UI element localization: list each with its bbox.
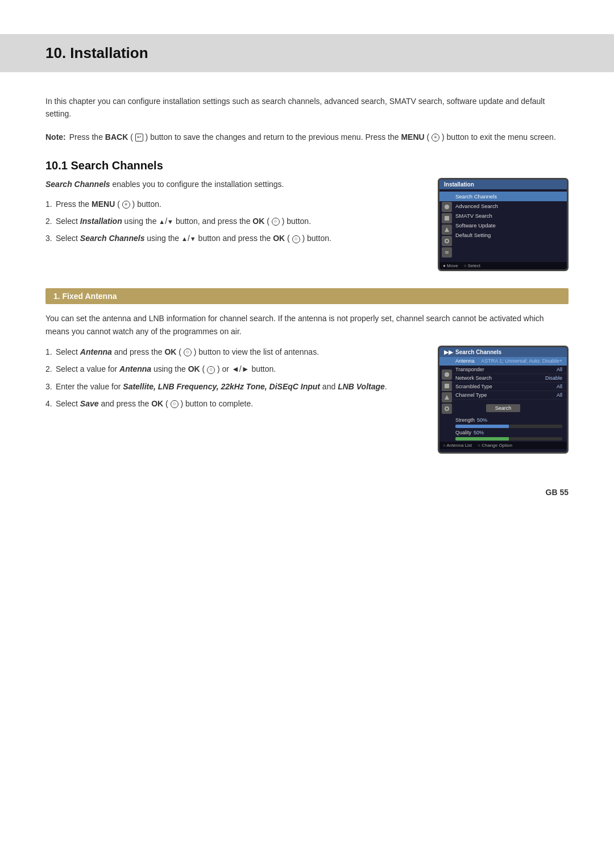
tv2-value-scrambled-type: All	[557, 384, 562, 389]
ok-icon-step3: ○	[292, 235, 300, 243]
tv-title-text: Installation	[444, 181, 474, 188]
search-channels-steps-list: Press the MENU ( ≡ ) button. Select Inst…	[45, 198, 421, 245]
svg-point-0	[445, 205, 449, 209]
page-title: 10. Installation	[45, 44, 569, 62]
search-channels-steps-col: Search Channels enables you to configure…	[45, 178, 421, 250]
tv2-quality-bar	[455, 437, 562, 441]
tv2-value-channel-type: All	[557, 392, 562, 398]
tv2-row-antenna: Antenna ASTRA 1; Universal; Auto; Disabl…	[439, 357, 567, 366]
tv2-strength-row: Strength 50%	[439, 417, 567, 423]
svg-point-6	[445, 372, 449, 377]
tv2-label-antenna: Antenna	[455, 358, 475, 364]
tv-menu-item-search-channels: Search Channels	[439, 192, 567, 201]
fa-step-2: Select a value for Antenna using the OK …	[45, 363, 421, 375]
installation-tv-screen: Installation	[438, 178, 569, 271]
tv2-arrow: ▶▶	[444, 349, 453, 355]
tv-hint-move: ● Move	[443, 263, 458, 268]
section-search-channels-title: 10.1 Search Channels	[45, 159, 569, 172]
back-icon: ↩	[135, 134, 143, 142]
tv2-row-channel-type: Channel Type All	[439, 391, 567, 400]
tv2-icon-3	[442, 392, 452, 402]
tv2-icon-2	[442, 381, 452, 391]
tv-icon-4	[442, 236, 452, 246]
svg-rect-7	[445, 384, 449, 388]
svg-rect-1	[445, 216, 449, 221]
tv2-quality-value: 50%	[474, 430, 484, 435]
fixed-antenna-steps-list: Select Antenna and press the OK ( ○ ) bu…	[45, 346, 421, 410]
tv2-search-area: Search	[439, 400, 567, 417]
tv2-quality-label: Quality	[455, 430, 471, 435]
fixed-antenna-content: Select Antenna and press the OK ( ○ ) bu…	[45, 346, 569, 454]
fixed-antenna-header: 1. Fixed Antenna	[45, 288, 569, 304]
page-number: GB 55	[45, 488, 569, 497]
ok-icon-step2: ○	[272, 218, 280, 226]
tv2-quality-fill	[455, 437, 509, 441]
tv2-row-network-search: Network Search Disable	[439, 374, 567, 383]
tv2-icon-1	[442, 369, 452, 380]
svg-point-9	[445, 407, 449, 410]
tv-menu-item-default-setting: Default Setting	[439, 230, 567, 240]
tv2-label-channel-type: Channel Type	[455, 392, 487, 398]
step-2: Select Installation using the ▲/▼ button…	[45, 215, 421, 227]
tv2-search-button: Search	[486, 404, 520, 412]
tv-icon-col	[442, 202, 452, 258]
tv-icon-5	[442, 247, 452, 258]
svg-marker-2	[445, 227, 449, 232]
tv2-icon-4	[442, 404, 452, 414]
tv-menu-item-software-update: Software Update	[439, 221, 567, 230]
tv-menu-items: Search Channels Advanced Search SMATV Se…	[439, 189, 567, 242]
tv2-label-scrambled-type: Scrambled Type	[455, 384, 492, 389]
note-block: Note: Press the BACK ( ↩ ) button to sav…	[45, 131, 569, 143]
fixed-antenna-description: You can set the antenna and LNB informat…	[45, 312, 569, 338]
tv2-quality-row: Quality 50%	[439, 429, 567, 436]
svg-rect-5	[445, 253, 449, 254]
tv2-strength-fill	[455, 425, 509, 428]
ok-icon-fa1: ○	[184, 348, 192, 356]
tv2-title-bar: ▶▶ Search Channels	[439, 347, 567, 357]
tv-menu-item-smatv-search: SMATV Search	[439, 211, 567, 221]
svg-marker-8	[445, 395, 449, 400]
svg-rect-4	[445, 251, 449, 252]
tv-icon-1	[442, 202, 452, 212]
tv-title-bar: Installation	[439, 180, 567, 189]
page-header-bar: 10. Installation	[0, 34, 614, 72]
tv-menu-area: Search Channels Advanced Search SMATV Se…	[439, 189, 567, 242]
menu-icon-step1: ≡	[122, 201, 130, 209]
tv2-icon-col	[442, 369, 452, 414]
note-text: Press the BACK ( ↩ ) button to save the …	[69, 131, 556, 143]
tv-icon-2	[442, 213, 452, 223]
tv2-value-network-search: Disable	[545, 375, 562, 381]
tv2-strength-value: 50%	[477, 417, 487, 423]
fa-step-4: Select Save and press the OK ( ○ ) butto…	[45, 397, 421, 410]
tv-bottom-bar: ● Move ○ Select	[439, 262, 567, 269]
fixed-antenna-steps-col: Select Antenna and press the OK ( ○ ) bu…	[45, 346, 421, 415]
search-channels-tv-screen: ▶▶ Search Channels Antenna	[438, 346, 569, 454]
tv2-title-text: Search Channels	[455, 349, 501, 355]
tv2-bottom-bar: ○ Antenna List ○ Change Option	[439, 442, 567, 449]
fixed-antenna-header-text: 1. Fixed Antenna	[53, 292, 117, 301]
fa-step-1: Select Antenna and press the OK ( ○ ) bu…	[45, 346, 421, 358]
search-channels-description: Search Channels enables you to configure…	[45, 178, 421, 190]
tv2-row-scrambled-type: Scrambled Type All	[439, 383, 567, 391]
tv-menu-item-advanced-search: Advanced Search	[439, 201, 567, 211]
tv-hint-select: ○ Select	[464, 263, 480, 268]
fa-step-3: Enter the value for Satellite, LNB Frequ…	[45, 380, 421, 393]
ok-icon-fa2: ○	[207, 366, 215, 374]
tv2-label-transponder: Transponder	[455, 367, 484, 372]
tv2-hint-change-option: ○ Change Option	[478, 443, 512, 448]
search-channels-content: Search Channels enables you to configure…	[45, 178, 569, 271]
menu-icon: ≡	[432, 134, 439, 142]
intro-text: In this chapter you can configure instal…	[45, 95, 569, 121]
tv2-strength-bar	[455, 425, 562, 428]
tv-screen-inner: Installation	[439, 180, 567, 269]
tv-spacer	[439, 242, 567, 259]
tv2-hint-antenna-list: ○ Antenna List	[443, 443, 472, 448]
tv2-label-network-search: Network Search	[455, 375, 492, 381]
ok-icon-fa4: ○	[171, 400, 179, 408]
tv2-row-transponder: Transponder All	[439, 366, 567, 374]
tv-icon-3	[442, 225, 452, 235]
tv2-content: Antenna ASTRA 1; Universal; Auto; Disabl…	[439, 357, 567, 441]
step-3: Select Search Channels using the ▲/▼ but…	[45, 232, 421, 244]
step-1: Press the MENU ( ≡ ) button.	[45, 198, 421, 210]
note-label: Note:	[45, 131, 66, 143]
